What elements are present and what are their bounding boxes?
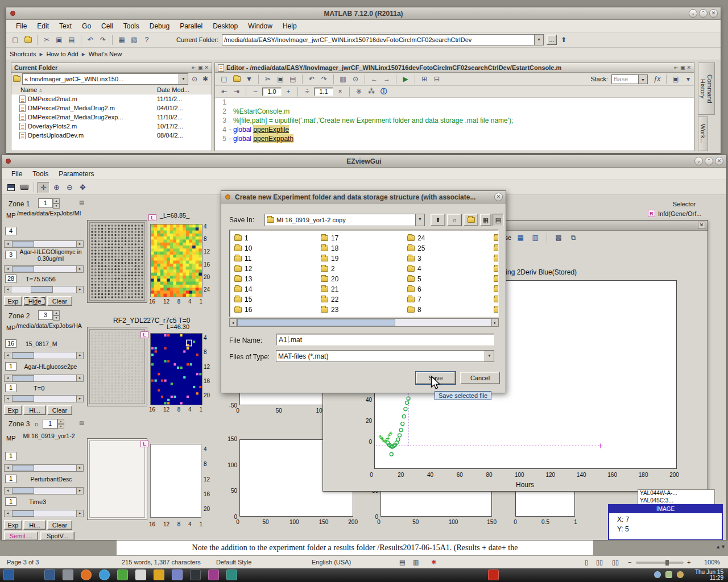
code-area[interactable]: 1 2%EstartConsole.m 3%[file,path] = uipu… — [215, 98, 694, 143]
folder-item[interactable]: 17 — [320, 233, 338, 243]
guide-icon[interactable]: ▧ — [129, 35, 140, 45]
menu-item[interactable]: Tools — [118, 21, 144, 31]
folder-item[interactable]: 14 — [233, 284, 252, 294]
taskbar-alert-icon[interactable] — [488, 569, 499, 580]
folder-item[interactable]: 25 — [406, 243, 425, 253]
folder-item[interactable]: 6 — [406, 284, 425, 294]
date-column-header[interactable]: Date Mod... — [157, 86, 189, 93]
info-icon[interactable]: ⓘ — [378, 86, 390, 97]
heatmap-2[interactable] — [150, 333, 202, 405]
stack-combo[interactable]: Base ▼ — [611, 74, 648, 84]
zone1-t-slider[interactable]: ◂▸ — [4, 286, 84, 293]
zone3-detach-icon[interactable]: ▤ — [79, 420, 84, 426]
tray-icon[interactable] — [654, 571, 661, 578]
layout-icon[interactable]: ▣ — [670, 74, 681, 85]
ez-titlebar[interactable]: EZviewGui ⌄ ⌃ ✕ — [2, 155, 726, 168]
files-of-type-combo[interactable]: MAT-files (*.mat) ▼ — [276, 350, 494, 362]
zone3-exp-button[interactable]: Exp — [4, 520, 22, 530]
heatmap-1[interactable] — [150, 224, 202, 297]
firefox-icon[interactable] — [81, 569, 92, 580]
taskbar-app-icon[interactable] — [172, 569, 183, 580]
menu-item[interactable]: Debug — [144, 21, 175, 31]
panel-menu-icon[interactable]: ▾ — [682, 74, 694, 85]
zone2-hide-button[interactable]: Hi... — [23, 405, 46, 415]
address-combo[interactable]: « InovImager_jwrCF_WINLinx150... ▼ — [22, 73, 188, 85]
frame-icon[interactable]: ⧉ — [568, 232, 579, 243]
folder-item[interactable]: 15 — [233, 294, 252, 305]
zoom-in-icon[interactable]: ⊕ — [51, 182, 63, 193]
selection-mode-icon[interactable]: ▥ — [413, 559, 419, 566]
print-icon[interactable] — [18, 182, 30, 193]
book-view-icon[interactable]: ▯▯ — [612, 559, 619, 566]
folder-item[interactable]: 4 — [406, 264, 425, 274]
zone3-media-num[interactable]: 1 — [5, 475, 16, 483]
zone3-t-num[interactable]: 1 — [5, 497, 16, 506]
scrollbar-icon[interactable]: ▲▼ — [715, 544, 726, 550]
zone1-mp-num[interactable]: 4 — [5, 227, 16, 235]
zone2-media-slider[interactable]: ◂▸ — [4, 375, 84, 382]
semilog-button[interactable]: SemiL... — [4, 531, 38, 540]
zone3-mp-slider[interactable]: ◂▸ — [4, 464, 84, 472]
file-row[interactable]: DMPexcel2mat.m 11/11/2... — [11, 94, 212, 103]
multiply-icon[interactable]: × — [334, 86, 346, 97]
file-row[interactable]: DpertsUploadDev.m 08/04/2... — [11, 131, 212, 140]
zone2-spinner[interactable]: 3▲▼ — [38, 310, 60, 320]
file-row[interactable]: DMPexcel2mat_MediaDrug2.m 04/01/2... — [11, 103, 212, 113]
zoom-value[interactable]: 1.0 — [262, 88, 282, 96]
command-history-tab[interactable]: Command History — [698, 63, 715, 115]
divide-icon[interactable]: ÷ — [301, 86, 313, 97]
undock-icon[interactable]: ▣ — [680, 65, 685, 70]
minimize-button[interactable]: ⌄ — [694, 157, 703, 165]
language-selector[interactable]: English (USA) — [312, 559, 351, 566]
menu-item[interactable]: Desktop — [208, 21, 243, 31]
matlab-titlebar[interactable]: MATLAB 7.12.0 (R2011a) ⌄ ⌃ ✕ — [6, 7, 721, 20]
single-page-view-icon[interactable]: ▯ — [585, 559, 588, 566]
zone1-exp-button[interactable]: Exp — [4, 296, 22, 306]
copy-icon[interactable]: ▣ — [275, 74, 286, 85]
terminal-icon[interactable] — [190, 569, 201, 580]
new-file-icon[interactable]: ▢ — [10, 35, 21, 45]
maximize-button[interactable]: ⌃ — [699, 9, 708, 18]
new-file-icon[interactable]: ▢ — [218, 74, 230, 85]
folder-item[interactable]: 8 — [406, 305, 425, 315]
undock-icon[interactable]: ▣ — [198, 65, 203, 70]
multi-page-view-icon[interactable]: ▯▯ — [596, 559, 603, 566]
zone1-media-num[interactable]: 3 — [5, 251, 16, 259]
zone1-spinner[interactable]: 1▲▼ — [38, 198, 60, 208]
folder-item[interactable]: 2 — [320, 264, 338, 274]
dock-icon[interactable]: ⇤ — [192, 65, 196, 70]
zoom-slider[interactable] — [636, 562, 684, 564]
menu-item[interactable]: Help — [278, 21, 302, 31]
table-columns-icon[interactable]: ▥ — [530, 232, 541, 243]
menu-item[interactable]: File — [6, 169, 27, 179]
tray-icon[interactable] — [677, 571, 684, 578]
zone3-media-slider[interactable]: ◂▸ — [4, 487, 84, 494]
zone3-mp-num[interactable]: 1 — [5, 452, 16, 460]
folder-item[interactable]: 10 — [233, 243, 252, 253]
close-panel-icon[interactable]: ✕ — [204, 65, 209, 70]
find-icon[interactable]: ⊙ — [350, 74, 361, 85]
dialog-titlebar[interactable]: Create new Experiment folder and data st… — [221, 191, 506, 203]
cell-divider-icon[interactable]: ⊟ — [431, 74, 442, 85]
pan-hand-icon[interactable]: ✥ — [77, 182, 89, 193]
file-row[interactable]: DMPexcel2mat_MediaDrug2exp... 11/10/2... — [11, 113, 212, 122]
save-in-combo[interactable]: MI 16_0919_yor1-2 copy ▼ — [264, 214, 425, 226]
function-icon[interactable]: ƒx — [651, 74, 663, 85]
close-panel-icon[interactable]: ✕ — [686, 65, 691, 70]
undo-icon[interactable]: ↶ — [306, 74, 317, 85]
layer-icon[interactable]: L — [140, 331, 148, 338]
zone2-media-num[interactable]: 1 — [5, 362, 16, 371]
new-folder-button[interactable] — [464, 214, 478, 226]
save-icon[interactable]: ▼ — [243, 74, 255, 85]
open-file-icon[interactable] — [22, 35, 34, 45]
zone2-t-slider[interactable]: ◂▸ — [4, 395, 84, 402]
folder-item[interactable]: 22 — [320, 294, 338, 305]
files-icon[interactable] — [154, 569, 164, 580]
zone3-hide-button[interactable]: Hi... — [23, 520, 46, 530]
browse-folder-button[interactable]: ... — [547, 35, 557, 45]
list-view-button[interactable]: ▤ — [493, 214, 504, 226]
insert-cell-icon[interactable]: ⊞ — [419, 74, 430, 85]
zone1-detach-icon[interactable]: ▤ — [79, 199, 84, 205]
cut-icon[interactable]: ✂ — [41, 35, 52, 45]
menu-item[interactable]: Parallel — [175, 21, 208, 31]
